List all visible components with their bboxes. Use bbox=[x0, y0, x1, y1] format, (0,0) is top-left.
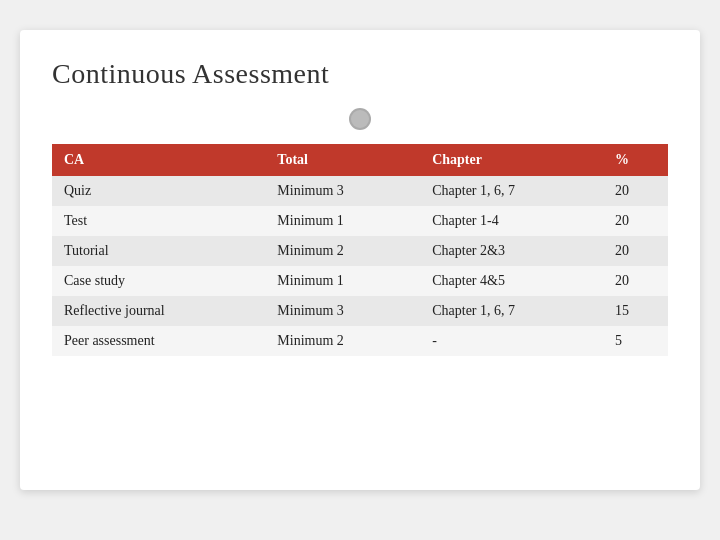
divider-circle bbox=[349, 108, 371, 130]
table-row: TestMinimum 1Chapter 1-420 bbox=[52, 206, 668, 236]
table-cell: Peer assessment bbox=[52, 326, 265, 356]
table-header: CATotalChapter% bbox=[52, 144, 668, 176]
header-row: CATotalChapter% bbox=[52, 144, 668, 176]
slide-container: Continuous Assessment CATotalChapter% Qu… bbox=[20, 30, 700, 490]
table-row: Reflective journalMinimum 3Chapter 1, 6,… bbox=[52, 296, 668, 326]
table-cell: - bbox=[420, 326, 603, 356]
table-cell: 20 bbox=[603, 266, 668, 296]
header-cell: CA bbox=[52, 144, 265, 176]
header-cell: % bbox=[603, 144, 668, 176]
table-cell: 20 bbox=[603, 206, 668, 236]
header-cell: Total bbox=[265, 144, 420, 176]
table-cell: Minimum 3 bbox=[265, 176, 420, 206]
table-cell: Minimum 2 bbox=[265, 236, 420, 266]
table-cell: Case study bbox=[52, 266, 265, 296]
table-cell: 5 bbox=[603, 326, 668, 356]
table-cell: Chapter 2&3 bbox=[420, 236, 603, 266]
table-cell: Chapter 4&5 bbox=[420, 266, 603, 296]
table-cell: Minimum 1 bbox=[265, 206, 420, 236]
table-cell: Minimum 2 bbox=[265, 326, 420, 356]
ca-table: CATotalChapter% QuizMinimum 3Chapter 1, … bbox=[52, 144, 668, 356]
slide-title: Continuous Assessment bbox=[52, 58, 668, 90]
table-cell: Tutorial bbox=[52, 236, 265, 266]
table-cell: Minimum 3 bbox=[265, 296, 420, 326]
table-cell: Chapter 1, 6, 7 bbox=[420, 296, 603, 326]
table-cell: Chapter 1-4 bbox=[420, 206, 603, 236]
table-cell: Minimum 1 bbox=[265, 266, 420, 296]
table-row: Peer assessmentMinimum 2-5 bbox=[52, 326, 668, 356]
divider bbox=[52, 108, 668, 130]
table-cell: Reflective journal bbox=[52, 296, 265, 326]
table-cell: 20 bbox=[603, 236, 668, 266]
table-body: QuizMinimum 3Chapter 1, 6, 720TestMinimu… bbox=[52, 176, 668, 356]
table-cell: 15 bbox=[603, 296, 668, 326]
table-cell: 20 bbox=[603, 176, 668, 206]
table-row: Case studyMinimum 1Chapter 4&520 bbox=[52, 266, 668, 296]
table-cell: Test bbox=[52, 206, 265, 236]
table-cell: Quiz bbox=[52, 176, 265, 206]
table-cell: Chapter 1, 6, 7 bbox=[420, 176, 603, 206]
table-row: TutorialMinimum 2Chapter 2&320 bbox=[52, 236, 668, 266]
table-row: QuizMinimum 3Chapter 1, 6, 720 bbox=[52, 176, 668, 206]
header-cell: Chapter bbox=[420, 144, 603, 176]
